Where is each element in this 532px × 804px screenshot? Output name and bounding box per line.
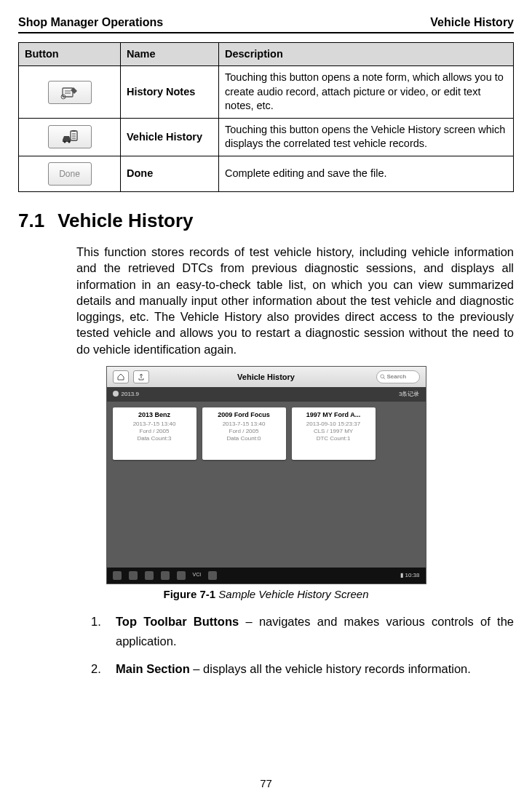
section-body: This function stores records of test veh… xyxy=(76,244,514,357)
card-title: 1997 MY Ford A... xyxy=(295,410,372,419)
button-reference-table: Button Name Description History Notes To… xyxy=(18,42,514,192)
screenshot-bottombar: VCI ▮ 10:38 xyxy=(107,568,426,584)
done-button-icon: Done xyxy=(48,162,92,186)
screenshot-vehicle-history: Vehicle History Search 2013.9 3条记录 2013 … xyxy=(106,366,426,584)
list-bold: Main Section xyxy=(116,662,190,675)
history-card[interactable]: 1997 MY Ford A... 2013-09-10 15:23:37 CL… xyxy=(292,407,376,460)
history-card[interactable]: 2009 Ford Focus 2013-7-15 13:40 Ford / 2… xyxy=(202,407,286,460)
list-item: Top Toolbar Buttons – navigates and make… xyxy=(91,612,514,650)
svg-line-14 xyxy=(383,378,384,379)
nav-app-icon[interactable] xyxy=(161,571,170,580)
card-line: Ford / 2005 xyxy=(116,428,193,435)
figure-title: Sample Vehicle History Screen xyxy=(215,588,368,600)
sub-left: 2013.9 xyxy=(113,391,139,399)
search-placeholder: Search xyxy=(387,373,407,381)
card-line: 2013-7-15 13:40 xyxy=(206,421,282,428)
chevron-down-icon[interactable] xyxy=(113,391,119,397)
card-title: 2013 Benz xyxy=(116,410,193,419)
screenshot-titlebar: Vehicle History Search xyxy=(107,367,426,387)
table-row: Done Done Complete editing and save the … xyxy=(19,156,514,191)
clock-time: ▮ 10:38 xyxy=(400,572,419,580)
nav-app-icon[interactable] xyxy=(177,571,186,580)
card-line: DTC Count:1 xyxy=(295,435,372,442)
numbered-list: Top Toolbar Buttons – navigates and make… xyxy=(91,612,514,678)
section-heading: 7.1Vehicle History xyxy=(18,208,514,234)
card-line: 2013-09-10 15:23:37 xyxy=(295,421,372,428)
figure: Vehicle History Search 2013.9 3条记录 2013 … xyxy=(18,366,514,584)
list-item: Main Section – displays all the vehicle … xyxy=(91,659,514,678)
button-cell xyxy=(19,66,121,119)
header-right: Vehicle History xyxy=(430,15,514,31)
desc-cell: Touching this button opens a note form, … xyxy=(219,66,514,119)
screenshot-subbar: 2013.9 3条记录 xyxy=(107,387,426,402)
desc-cell: Complete editing and save the file. xyxy=(219,156,514,191)
vehicle-history-icon xyxy=(48,125,92,148)
vci-label: VCI xyxy=(193,571,202,580)
name-cell: Done xyxy=(121,156,219,191)
nav-app-icon[interactable] xyxy=(208,571,217,580)
th-description: Description xyxy=(219,42,514,66)
card-title: 2009 Ford Focus xyxy=(206,410,282,419)
card-row: 2013 Benz 2013-7-15 13:40 Ford / 2005 Da… xyxy=(107,402,426,466)
home-icon[interactable] xyxy=(113,370,129,383)
svg-point-7 xyxy=(68,141,70,143)
table-row: History Notes Touching this button opens… xyxy=(19,66,514,119)
sub-right: 3条记录 xyxy=(399,391,419,399)
svg-point-6 xyxy=(63,141,65,143)
done-label: Done xyxy=(59,168,80,180)
page-number: 77 xyxy=(0,776,532,791)
share-icon[interactable] xyxy=(133,370,149,383)
card-line: CLS / 1997 MY xyxy=(295,428,372,435)
section-title: Vehicle History xyxy=(57,210,193,231)
history-card[interactable]: 2013 Benz 2013-7-15 13:40 Ford / 2005 Da… xyxy=(113,407,196,460)
nav-back-icon[interactable] xyxy=(113,571,122,580)
header-left: Shop Manager Operations xyxy=(18,15,163,31)
history-notes-icon xyxy=(48,81,92,104)
nav-home-icon[interactable] xyxy=(129,571,138,580)
section-number: 7.1 xyxy=(18,210,44,231)
th-button: Button xyxy=(19,42,121,66)
list-bold: Top Toolbar Buttons xyxy=(116,615,239,628)
nav-recent-icon[interactable] xyxy=(145,571,154,580)
card-line: Data Count:3 xyxy=(116,435,193,442)
list-rest: – displays all the vehicle history recor… xyxy=(190,662,471,675)
figure-caption: Figure 7-1 Sample Vehicle History Screen xyxy=(18,587,514,602)
page-header: Shop Manager Operations Vehicle History xyxy=(18,15,514,33)
table-row: Vehicle History Touching this button ope… xyxy=(19,118,514,156)
desc-cell: Touching this button opens the Vehicle H… xyxy=(219,118,514,156)
svg-rect-9 xyxy=(72,130,76,132)
name-cell: Vehicle History xyxy=(121,118,219,156)
screenshot-title: Vehicle History xyxy=(237,372,295,383)
card-line: Ford / 2005 xyxy=(206,428,282,435)
button-cell xyxy=(19,118,121,156)
card-line: 2013-7-15 13:40 xyxy=(116,421,193,428)
search-input[interactable]: Search xyxy=(376,370,420,383)
figure-number: Figure 7-1 xyxy=(163,588,215,600)
th-name: Name xyxy=(121,42,219,66)
name-cell: History Notes xyxy=(121,66,219,119)
button-cell: Done xyxy=(19,156,121,191)
card-line: Data Count:0 xyxy=(206,435,282,442)
svg-rect-0 xyxy=(63,88,73,97)
search-icon xyxy=(380,374,386,380)
